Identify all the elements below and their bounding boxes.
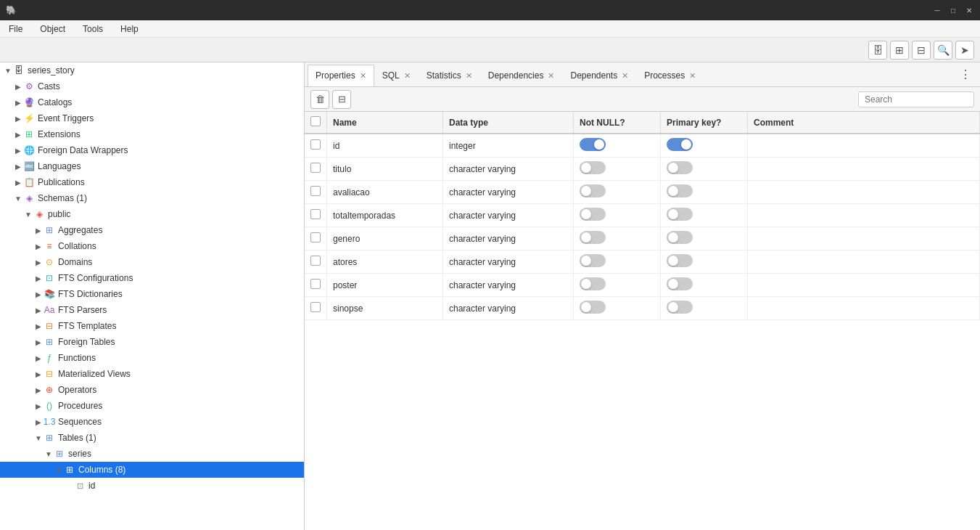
tree-item-extensions[interactable]: ⊞ Extensions <box>0 126 304 142</box>
pk-toggle[interactable] <box>667 161 693 174</box>
pk-toggle[interactable] <box>667 301 693 314</box>
row-checkbox[interactable] <box>310 256 321 266</box>
explorer-db-icon-btn[interactable]: 🗄 <box>868 41 887 60</box>
tree-item-foreign-tables[interactable]: ⊞ Foreign Tables <box>0 334 304 350</box>
label-series: series <box>68 449 91 459</box>
notnull-toggle[interactable] <box>580 208 606 221</box>
header-checkbox[interactable] <box>310 116 321 126</box>
tab-processes-close[interactable]: ✕ <box>689 71 696 81</box>
explorer-search-icon-btn[interactable]: 🔍 <box>934 41 952 60</box>
tree-item-aggregates[interactable]: ⊞ Aggregates <box>0 222 304 238</box>
tab-statistics[interactable]: Statistics ✕ <box>419 65 480 86</box>
menu-object[interactable]: Object <box>37 23 68 36</box>
label-domains: Domains <box>58 257 92 267</box>
pk-toggle[interactable] <box>667 231 693 244</box>
row-checkbox[interactable] <box>310 232 321 242</box>
tree-item-procedures[interactable]: () Procedures <box>0 398 304 414</box>
tree-item-functions[interactable]: ƒ Functions <box>0 350 304 366</box>
tree-item-fts-dict[interactable]: 📚 FTS Dictionaries <box>0 286 304 302</box>
tree-item-domains[interactable]: ⊙ Domains <box>0 254 304 270</box>
close-button[interactable]: ✕ <box>964 5 974 15</box>
explorer-schema-icon-btn[interactable]: ⊟ <box>912 41 931 60</box>
tab-statistics-close[interactable]: ✕ <box>466 71 472 81</box>
notnull-toggle[interactable] <box>580 231 606 244</box>
row-checkbox[interactable] <box>310 279 321 289</box>
tab-dependents[interactable]: Dependents ✕ <box>562 65 636 86</box>
arrow-mat-views <box>33 369 44 379</box>
menu-help[interactable]: Help <box>118 23 141 36</box>
notnull-toggle[interactable] <box>580 277 606 290</box>
notnull-toggle[interactable] <box>580 254 606 267</box>
notnull-toggle[interactable] <box>580 161 606 174</box>
pk-toggle[interactable] <box>667 138 693 151</box>
search-icon: 🔍 <box>937 44 950 56</box>
maximize-button[interactable]: □ <box>948 5 958 15</box>
tree-item-mat-views[interactable]: ⊟ Materialized Views <box>0 366 304 382</box>
row-type-cell: character varying <box>443 274 574 297</box>
tree-item-catalogs[interactable]: 🔮 Catalogs <box>0 94 304 110</box>
tree-item-publications[interactable]: 📋 Publications <box>0 174 304 190</box>
tree-item-languages[interactable]: 🔤 Languages <box>0 158 304 174</box>
pk-toggle[interactable] <box>667 208 693 221</box>
explorer-grid-icon-btn[interactable]: ⊞ <box>890 41 909 60</box>
tree-item-series-story[interactable]: 🗄 series_story <box>0 62 304 78</box>
menu-file[interactable]: File <box>6 23 25 36</box>
tree-item-public[interactable]: ◈ public <box>0 206 304 222</box>
search-input[interactable] <box>858 91 974 107</box>
pk-toggle[interactable] <box>667 277 693 290</box>
row-checkbox[interactable] <box>310 302 321 312</box>
pk-toggle[interactable] <box>667 254 693 267</box>
tab-sql-close[interactable]: ✕ <box>404 71 411 81</box>
row-check-cell <box>305 181 327 204</box>
tree-item-col-id[interactable]: ⊡ id <box>0 478 304 494</box>
row-comment-cell <box>748 158 980 181</box>
tree-item-fts-templates[interactable]: ⊟ FTS Templates <box>0 318 304 334</box>
label-functions: Functions <box>58 353 96 363</box>
tree-item-casts[interactable]: ⚙ Casts <box>0 78 304 94</box>
row-checkbox[interactable] <box>310 186 321 196</box>
table-row: atores character varying <box>305 250 980 274</box>
notnull-toggle[interactable] <box>580 138 606 151</box>
arrow-publications <box>13 177 23 187</box>
titlebar-left: 🐘 <box>6 5 21 15</box>
minimize-button[interactable]: ─ <box>932 5 942 15</box>
menu-tools[interactable]: Tools <box>80 23 106 36</box>
row-comment-cell <box>748 274 980 297</box>
tab-dependents-close[interactable]: ✕ <box>622 71 628 81</box>
row-checkbox[interactable] <box>310 139 321 150</box>
arrow-public <box>23 209 33 219</box>
tab-dependencies-close[interactable]: ✕ <box>548 71 554 81</box>
pk-toggle[interactable] <box>667 184 693 197</box>
tab-properties-close[interactable]: ✕ <box>360 71 366 81</box>
notnull-toggle[interactable] <box>580 301 606 314</box>
clear-button[interactable]: ⊟ <box>332 90 351 109</box>
tree-item-columns[interactable]: ⊞ Columns (8) <box>0 462 304 478</box>
delete-button[interactable]: 🗑 <box>310 90 329 109</box>
tabs-more-button[interactable]: ⋮ <box>954 68 977 81</box>
arrow-foreign-tables <box>33 337 44 347</box>
row-checkbox[interactable] <box>310 209 321 219</box>
public-schema-icon: ◈ <box>33 208 45 220</box>
notnull-toggle[interactable] <box>580 184 606 197</box>
tree-item-tables[interactable]: ⊞ Tables (1) <box>0 430 304 446</box>
tree-item-schemas[interactable]: ◈ Schemas (1) <box>0 190 304 206</box>
tree-item-event-triggers[interactable]: ⚡ Event Triggers <box>0 110 304 126</box>
tab-sql[interactable]: SQL ✕ <box>374 65 419 86</box>
tree-item-fts-parsers[interactable]: Aa FTS Parsers <box>0 302 304 318</box>
terminal-icon: ➤ <box>960 44 969 56</box>
row-checkbox[interactable] <box>310 163 321 173</box>
row-comment-cell <box>748 250 980 274</box>
tab-dependencies[interactable]: Dependencies ✕ <box>480 65 563 86</box>
explorer-terminal-icon-btn[interactable]: ➤ <box>955 41 974 60</box>
tab-properties[interactable]: Properties ✕ <box>308 65 374 86</box>
tree-item-fts-config[interactable]: ⊡ FTS Configurations <box>0 270 304 286</box>
tree-item-operators[interactable]: ⊕ Operators <box>0 382 304 398</box>
tree-item-fdw[interactable]: 🌐 Foreign Data Wrappers <box>0 142 304 158</box>
tree-item-collations[interactable]: ≡ Collations <box>0 238 304 254</box>
titlebar-controls[interactable]: ─ □ ✕ <box>932 5 974 15</box>
tree-item-sequences[interactable]: 1.3 Sequences <box>0 414 304 430</box>
tab-processes[interactable]: Processes ✕ <box>636 65 704 86</box>
tab-dependents-label: Dependents <box>570 70 617 81</box>
label-fts-templates: FTS Templates <box>58 321 116 331</box>
tree-item-series[interactable]: ⊞ series <box>0 446 304 462</box>
